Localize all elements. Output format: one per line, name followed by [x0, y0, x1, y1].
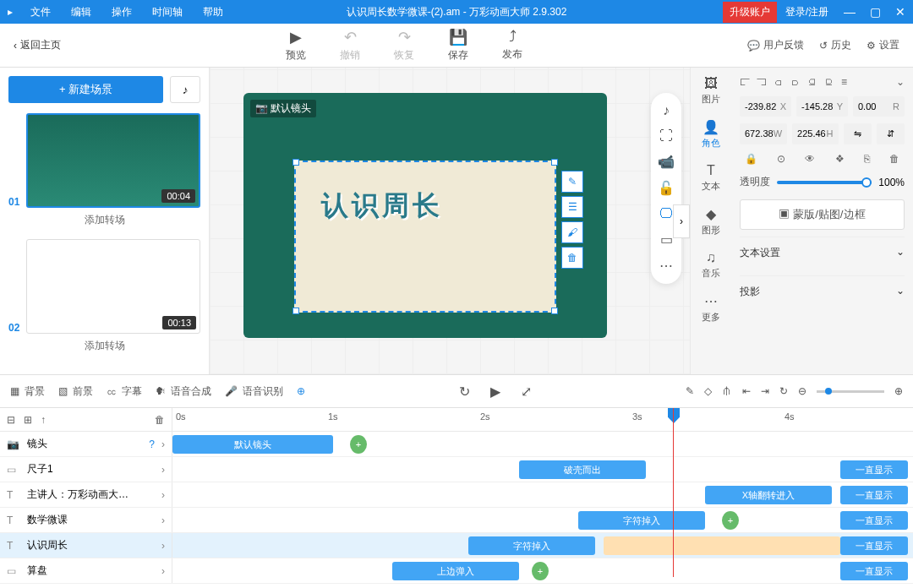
upgrade-button[interactable]: 升级账户 — [723, 2, 777, 23]
clip[interactable] — [604, 536, 840, 555]
align-right-icon[interactable]: ⫏ — [774, 76, 784, 88]
history-button[interactable]: ↺历史 — [819, 38, 851, 52]
screen-icon[interactable]: 🖵 — [659, 206, 673, 221]
opacity-slider[interactable] — [777, 181, 872, 184]
unlock-icon[interactable]: 🔓 — [658, 180, 675, 196]
chevron-right-icon[interactable]: › — [161, 565, 165, 577]
camera-move-icon[interactable]: 📹 — [658, 154, 675, 170]
clip[interactable]: 一直显示 — [840, 460, 908, 479]
track[interactable]: 字符掉入+一直显示 — [172, 508, 913, 532]
play-icon[interactable]: ▶ — [490, 384, 500, 400]
menu-edit[interactable]: 编辑 — [61, 5, 101, 19]
zoom-out-icon[interactable]: ⊖ — [798, 385, 806, 397]
subtitle-button[interactable]: ㏄字幕 — [107, 384, 142, 399]
align-left-icon[interactable]: ⫍ — [740, 76, 750, 88]
list-icon[interactable]: ☰ — [561, 196, 583, 218]
track-label[interactable]: T认识周长› — [0, 533, 172, 558]
shadow-accordion[interactable]: 投影⌄ — [740, 275, 905, 308]
redo-button[interactable]: ↷恢复 — [394, 28, 414, 63]
w-input[interactable]: 672.38W — [740, 123, 787, 144]
menu-help[interactable]: 帮助 — [193, 5, 233, 19]
add-transition-2[interactable]: 添加转场 — [8, 334, 200, 358]
upload-icon[interactable]: ↑ — [41, 414, 46, 426]
clip[interactable]: + — [532, 562, 549, 580]
y-input[interactable]: -145.28Y — [796, 96, 848, 117]
target-icon[interactable]: ⊙ — [777, 153, 785, 165]
edit-icon[interactable]: ✎ — [561, 171, 583, 193]
clip[interactable]: 字符掉入 — [578, 511, 705, 530]
loop-icon[interactable]: ↻ — [779, 385, 788, 397]
canvas-stage[interactable]: 📷 默认镜头 认识周长 ✎ ☰ 🖌 🗑 — [210, 68, 690, 374]
back-button[interactable]: ‹ 返回主页 — [14, 38, 61, 52]
align-bottom-icon[interactable]: ⫒ — [824, 76, 834, 88]
more-button[interactable]: ⊕ — [297, 385, 305, 397]
track-label[interactable]: T数学微课› — [0, 508, 172, 532]
chevron-right-icon[interactable]: › — [161, 464, 165, 476]
collapse-icon[interactable]: ⊟ — [7, 414, 15, 426]
distribute-icon[interactable]: ≡ — [841, 76, 847, 88]
brush-icon[interactable]: 🖌 — [561, 221, 583, 243]
music-button[interactable]: ♪ — [170, 76, 200, 103]
help-icon[interactable]: ? — [149, 438, 155, 450]
chevron-right-icon[interactable]: › — [161, 540, 165, 552]
chevron-right-icon[interactable]: › — [161, 514, 165, 526]
track[interactable]: 破壳而出一直显示 — [172, 457, 913, 482]
feedback-button[interactable]: 💬用户反馈 — [747, 38, 804, 52]
delete-icon[interactable]: 🗑 — [889, 153, 899, 165]
clip[interactable]: 破壳而出 — [519, 460, 646, 479]
tab-shape[interactable]: ◆图形 — [702, 206, 720, 237]
layers-icon[interactable]: ❖ — [835, 153, 845, 165]
chevron-down-icon[interactable]: ⌄ — [896, 76, 905, 88]
align-top-icon[interactable]: ⫐ — [790, 76, 801, 88]
more-icon[interactable]: ⋯ — [659, 258, 673, 274]
clip[interactable]: 上边弹入 — [392, 562, 519, 580]
zoom-in-icon[interactable]: ⊕ — [894, 385, 903, 397]
text-settings-accordion[interactable]: 文本设置⌄ — [740, 237, 905, 269]
filter-icon[interactable]: ⫛ — [722, 385, 732, 397]
timeline-ruler[interactable]: 0s 1s 2s 3s 4s — [172, 408, 913, 431]
zoom-slider[interactable] — [817, 390, 884, 393]
chevron-right-icon[interactable]: › — [161, 489, 165, 501]
publish-button[interactable]: ⤴发布 — [502, 28, 522, 63]
add-keyframe[interactable]: + — [350, 435, 367, 454]
keyframe-icon[interactable]: ◇ — [704, 385, 712, 397]
minimize-icon[interactable]: — — [837, 5, 862, 19]
clip[interactable]: 一直显示 — [840, 536, 908, 555]
clip[interactable]: X轴翻转进入 — [705, 486, 832, 504]
copy-icon[interactable]: ⎘ — [864, 153, 870, 165]
clip[interactable]: 一直显示 — [840, 511, 908, 530]
track-label[interactable]: T主讲人：万彩动画大…› — [0, 482, 172, 507]
camera-clip[interactable]: 默认镜头 — [172, 435, 333, 454]
trash-icon[interactable]: 🗑 — [561, 247, 583, 269]
selected-object[interactable]: 认识周长 ✎ ☰ 🖌 🗑 — [294, 161, 556, 313]
scene-thumb-1[interactable]: 00:04 — [26, 113, 200, 208]
add-transition-1[interactable]: 添加转场 — [8, 208, 200, 232]
clip[interactable]: 字符掉入 — [468, 536, 595, 555]
flip-h-icon[interactable]: ⇋ — [844, 123, 872, 144]
mask-button[interactable]: ▣ 蒙版/贴图/边框 — [740, 199, 905, 230]
maximize-icon[interactable]: ▢ — [862, 5, 888, 19]
r-input[interactable]: 0.00R — [853, 96, 905, 117]
preview-button[interactable]: ▶预览 — [286, 28, 306, 63]
align-middle-icon[interactable]: ⫑ — [807, 76, 817, 88]
jump-start-icon[interactable]: ⇤ — [742, 385, 751, 397]
tab-text[interactable]: T文本 — [702, 163, 720, 193]
clip[interactable]: + — [722, 511, 739, 530]
camera-track-label[interactable]: 📷 镜头 ? › — [0, 432, 172, 456]
tab-more[interactable]: ⋯更多 — [702, 293, 720, 324]
chevron-right-icon[interactable]: › — [161, 438, 165, 450]
music-icon[interactable]: ♪ — [663, 103, 670, 118]
track[interactable]: 字符掉入一直显示 — [172, 533, 913, 558]
fullscreen-icon[interactable]: ⤢ — [521, 384, 532, 400]
eye-icon[interactable]: 👁 — [805, 153, 815, 165]
trash-icon[interactable]: 🗑 — [155, 414, 165, 426]
resize-handle[interactable] — [292, 308, 299, 314]
replay-icon[interactable]: ↻ — [459, 384, 470, 400]
track[interactable]: X轴翻转进入一直显示 — [172, 482, 913, 507]
tab-role[interactable]: 👤角色 — [702, 119, 720, 150]
asr-button[interactable]: 🎤语音识别 — [225, 384, 283, 399]
h-input[interactable]: 225.46H — [792, 123, 838, 144]
bg-button[interactable]: ▦背景 — [10, 384, 45, 399]
clip[interactable]: 一直显示 — [840, 562, 908, 580]
resize-handle[interactable] — [551, 159, 558, 166]
